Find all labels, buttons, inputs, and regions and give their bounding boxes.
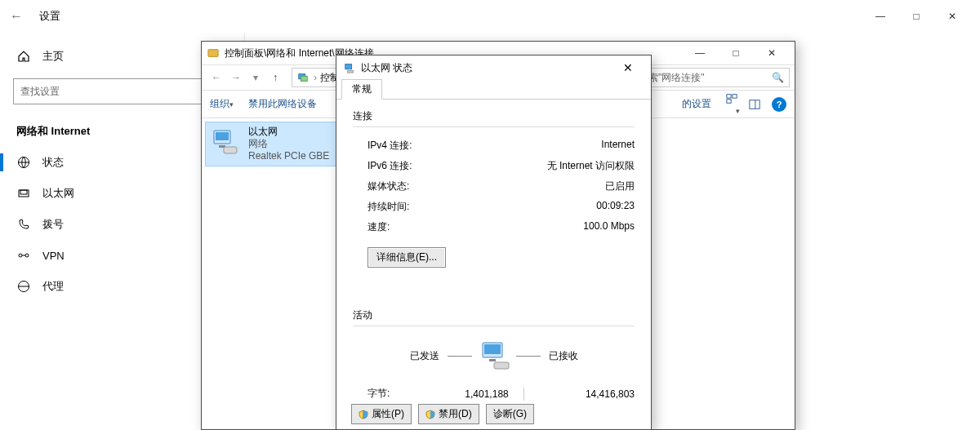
cp-maximize-button[interactable]: □ [718,44,754,62]
sent-label: 已发送 [366,349,448,363]
cp-search-hint: 索"网络连接" [648,71,705,85]
svg-rect-9 [727,94,731,97]
nav-forward-button[interactable]: → [226,72,246,83]
help-button[interactable]: ? [772,97,786,112]
svg-rect-8 [301,76,307,81]
svg-rect-15 [216,132,229,140]
diagnose-button-label: 诊断(G) [493,407,527,421]
search-icon: 🔍 [772,72,784,83]
adapter-device: Realtek PCIe GBE [248,150,329,162]
ethernet-status-icon [343,61,356,74]
close-button[interactable]: ✕ [934,4,970,29]
organize-button[interactable]: 组织 [210,97,234,111]
svg-rect-12 [750,100,760,109]
adapter-name: 以太网 [248,126,329,138]
duration-label: 持续时间: [368,200,409,214]
speed-label: 速度: [368,220,390,234]
search-input[interactable]: 查找设置 🔍 [13,78,231,104]
proxy-icon [16,279,31,294]
view-button[interactable] [726,93,749,116]
properties-button-label: 属性(P) [372,407,404,421]
svg-rect-2 [20,190,27,194]
duration-value: 00:09:23 [596,200,635,214]
cp-search-input[interactable]: 索"网络连接" 🔍 [643,68,790,87]
cp-minimize-button[interactable]: — [682,44,718,62]
diagnose-button[interactable]: 诊断(G) [486,404,534,424]
svg-point-4 [25,254,29,257]
maximize-button[interactable]: □ [898,4,934,29]
nav-up-button[interactable]: ↑ [265,72,285,83]
details-button[interactable]: 详细信息(E)... [368,247,446,268]
connection-group-label: 连接 [353,109,635,123]
network-icon [296,70,310,85]
settings-header: ← 设置 — □ ✕ [0,0,980,33]
sidebar-item-label: 以太网 [42,186,74,201]
activity-computer-icon [472,339,516,372]
svg-rect-23 [494,362,509,369]
shield-icon [359,410,368,419]
svg-rect-18 [345,64,352,69]
minimize-button[interactable]: — [862,4,898,29]
speed-value: 100.0 Mbps [583,220,635,234]
sidebar-item-label: 拨号 [42,217,64,232]
shield-icon [425,410,435,419]
received-label: 已接收 [541,349,622,363]
adapter-status: 网络 [248,138,329,150]
search-placeholder: 查找设置 [20,85,60,99]
cp-close-button[interactable]: ✕ [754,44,790,62]
tab-general[interactable]: 常规 [341,79,382,100]
ethernet-status-dialog: 以太网 状态 ✕ 常规 连接 IPv4 连接:Internet IPv6 连接:… [336,55,652,430]
activity-group-label: 活动 [353,308,635,322]
connection-settings-label: 的设置 [682,97,711,111]
media-label: 媒体状态: [368,180,409,193]
sidebar-item-label: 状态 [42,155,64,170]
status-close-button[interactable]: ✕ [612,61,644,74]
home-icon [16,49,31,64]
globe-icon [16,155,31,170]
nav-back-button[interactable]: ← [207,72,226,83]
svg-rect-11 [727,99,731,102]
ipv6-value: 无 Internet 访问权限 [547,159,635,173]
sidebar-item-label: 代理 [42,279,64,294]
sidebar-item-label: VPN [42,250,65,262]
phone-icon [16,217,31,232]
back-button[interactable]: ← [10,9,29,24]
status-titlebar: 以太网 状态 ✕ [336,55,651,80]
ipv6-label: IPv6 连接: [368,159,412,173]
svg-rect-10 [733,94,737,97]
svg-rect-21 [484,344,501,354]
settings-title: 设置 [39,9,60,24]
adapter-icon [209,126,242,158]
disable-device-button[interactable]: 禁用此网络设备 [248,97,317,111]
ipv4-value: Internet [601,139,635,153]
bytes-recv-value: 14,416,803 [553,388,635,400]
home-label: 主页 [42,49,64,64]
status-button-row: 属性(P) 禁用(D) 诊断(G) [336,404,651,424]
ethernet-icon [16,186,31,201]
disable-button[interactable]: 禁用(D) [418,404,479,424]
status-title: 以太网 状态 [361,61,412,75]
svg-rect-6 [208,50,218,57]
tabbar: 常规 [336,80,651,100]
bytes-sent-value: 1,401,188 [427,388,509,400]
disable-button-label: 禁用(D) [439,407,472,421]
status-body: 连接 IPv4 连接:Internet IPv6 连接:无 Internet 访… [336,100,651,410]
vpn-icon [16,248,31,263]
svg-point-3 [19,254,22,257]
ipv4-label: IPv4 连接: [368,139,412,153]
svg-rect-19 [347,71,353,73]
media-value: 已启用 [605,180,635,193]
svg-rect-22 [489,359,496,361]
bytes-label: 字节: [368,387,427,401]
nav-history-button[interactable]: ▾ [246,72,265,83]
properties-button[interactable]: 属性(P) [351,404,412,424]
preview-pane-button[interactable] [749,99,772,110]
svg-rect-17 [224,147,237,153]
network-folder-icon [207,47,220,60]
